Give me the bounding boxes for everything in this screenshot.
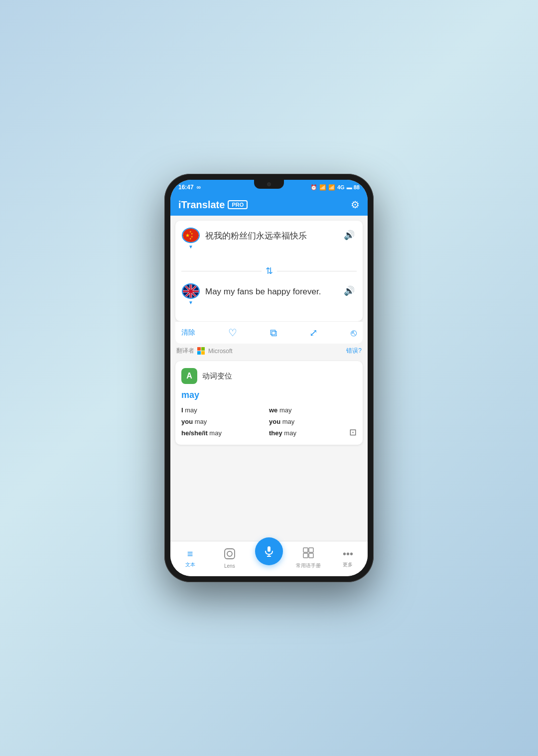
conjugation-title: 动词变位 <box>202 372 232 381</box>
source-text[interactable]: 祝我的粉丝们永远幸福快乐 <box>205 228 337 243</box>
divider-row: ⇅ <box>175 265 363 276</box>
target-lang-arrow: ▼ <box>188 300 193 305</box>
conj-row-hesheit: he/she/it may <box>181 428 269 438</box>
svg-rect-25 <box>309 548 313 552</box>
provider-name: Microsoft <box>208 348 233 355</box>
conjugation-word[interactable]: may <box>181 390 357 400</box>
bottom-nav: ≡ 文本 Lens <box>170 541 368 576</box>
uk-flag-svg <box>183 283 199 299</box>
conj-row-you: you may <box>181 417 269 426</box>
svg-rect-18 <box>201 351 205 355</box>
main-content: ★ ★ ★ ★ ★ ▼ 祝我的粉丝们永远幸福快乐 🔊 <box>170 216 368 541</box>
source-flag-circle: ★ ★ ★ ★ ★ <box>182 228 200 243</box>
lens-nav-icon <box>224 548 235 562</box>
more-nav-icon: ••• <box>343 548 353 560</box>
text-nav-label: 文本 <box>185 561 195 568</box>
source-section: ★ ★ ★ ★ ★ ▼ 祝我的粉丝们永远幸福快乐 🔊 <box>175 221 363 265</box>
status-left: 16:47 ∞ <box>178 184 201 191</box>
conjugation-icon: A <box>181 368 197 384</box>
swap-languages-button[interactable]: ⇅ <box>262 265 277 276</box>
app-bar: iTranslate PRO ⚙ <box>170 194 368 216</box>
target-flag-circle <box>182 283 200 299</box>
lens-nav-label: Lens <box>224 563 235 569</box>
svg-rect-27 <box>309 553 313 558</box>
mic-icon <box>264 546 274 557</box>
signal-icon: 📶 <box>328 184 335 191</box>
nav-item-mic[interactable] <box>249 544 288 572</box>
nav-item-phrasebook[interactable]: 常用语手册 <box>289 547 328 569</box>
time-display: 16:47 <box>178 184 194 191</box>
copy-button[interactable]: ⧉ <box>270 327 277 339</box>
phone-frame: 16:47 ∞ ⏰ 📶 📶 4G ▬ 88 iTranslate PRO ⚙ <box>164 174 374 582</box>
divider-left <box>181 271 262 271</box>
svg-rect-19 <box>225 549 235 559</box>
target-section: ▼ May my fans be happy forever. 🔊 <box>175 276 363 321</box>
source-sound-button[interactable]: 🔊 <box>342 228 357 243</box>
translation-card: ★ ★ ★ ★ ★ ▼ 祝我的粉丝们永远幸福快乐 🔊 <box>175 221 363 321</box>
china-flag-svg: ★ ★ ★ ★ ★ <box>183 228 199 243</box>
target-language-selector[interactable]: ▼ <box>181 283 200 305</box>
phrasebook-nav-icon <box>303 547 314 561</box>
attribution-info: 翻译者 Microsoft <box>176 347 233 355</box>
settings-icon[interactable]: ⚙ <box>351 199 360 211</box>
pro-badge: PRO <box>228 200 248 209</box>
infinity-icon: ∞ <box>197 184 201 191</box>
clear-button[interactable]: 清除 <box>181 328 195 337</box>
conjugation-card: A 动词变位 may I may we may you may you may … <box>175 361 363 445</box>
app-title-group: iTranslate PRO <box>178 199 248 211</box>
camera-notch <box>254 180 284 189</box>
action-row: 清除 ♡ ⧉ ⤢ ⎋ <box>175 321 363 344</box>
conjugation-expand-button[interactable]: ⊡ <box>349 427 357 438</box>
more-nav-label: 更多 <box>343 561 353 568</box>
share-button[interactable]: ⎋ <box>351 327 357 339</box>
battery-display: ▬ 88 <box>347 184 360 190</box>
attribution-row: 翻译者 Microsoft 错误? <box>170 344 368 358</box>
conjugation-icon-letter: A <box>186 372 192 380</box>
phrasebook-nav-label: 常用语手册 <box>296 562 321 569</box>
ms-logo-svg <box>197 347 205 355</box>
svg-rect-17 <box>197 351 201 355</box>
target-sound-button[interactable]: 🔊 <box>342 283 357 298</box>
expand-button[interactable]: ⤢ <box>309 327 318 339</box>
conj-row-we: we may <box>269 405 357 415</box>
phone-screen: 16:47 ∞ ⏰ 📶 📶 4G ▬ 88 iTranslate PRO ⚙ <box>170 180 368 576</box>
camera-dot <box>267 182 271 186</box>
source-language-selector[interactable]: ★ ★ ★ ★ ★ ▼ <box>181 228 200 250</box>
translated-by-label: 翻译者 <box>176 347 194 355</box>
mic-button[interactable] <box>255 537 283 565</box>
nav-item-more[interactable]: ••• 更多 <box>328 548 368 568</box>
conjugation-header: A 动词变位 <box>181 368 357 384</box>
svg-rect-26 <box>303 553 308 558</box>
favorite-button[interactable]: ♡ <box>228 327 237 339</box>
nav-item-lens[interactable]: Lens <box>210 548 249 569</box>
svg-rect-15 <box>197 347 201 351</box>
svg-rect-21 <box>268 546 270 552</box>
app-title: iTranslate <box>178 199 225 211</box>
svg-rect-24 <box>303 548 308 552</box>
text-nav-icon: ≡ <box>187 548 193 560</box>
status-right: ⏰ 📶 📶 4G ▬ 88 <box>310 184 360 191</box>
wifi-icon: 📶 <box>319 184 326 191</box>
divider-right <box>277 271 357 271</box>
svg-point-20 <box>227 551 232 556</box>
nav-item-text[interactable]: ≡ 文本 <box>170 548 210 568</box>
conj-row-they: they may <box>269 428 357 438</box>
target-text[interactable]: May my fans be happy forever. <box>205 283 337 298</box>
source-lang-arrow: ▼ <box>188 244 193 250</box>
svg-rect-16 <box>201 347 205 351</box>
error-link[interactable]: 错误? <box>346 347 362 355</box>
clock-icon: ⏰ <box>310 184 317 191</box>
microsoft-logo <box>197 347 205 355</box>
conj-row-i: I may <box>181 405 269 415</box>
conj-row-you2: you may <box>269 417 357 426</box>
conjugation-grid: I may we may you may you may he/she/it m… <box>181 405 357 438</box>
signal-4g-icon: 4G <box>337 184 345 190</box>
